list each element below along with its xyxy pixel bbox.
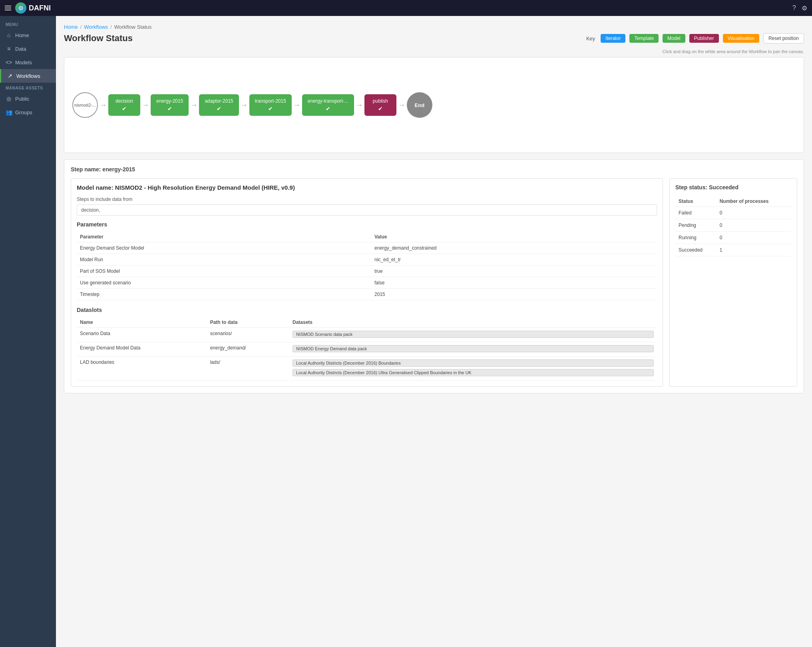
legend-publisher: Publisher bbox=[689, 34, 719, 43]
main-content: Home / Workflows / Workflow Status Workf… bbox=[56, 16, 812, 647]
status-count: 1 bbox=[716, 244, 791, 256]
workflows-icon: ↗ bbox=[7, 73, 13, 79]
sidebar-item-models[interactable]: <> Models bbox=[0, 56, 56, 69]
legend-model: Model bbox=[663, 34, 685, 43]
params-col-parameter: Parameter bbox=[77, 232, 371, 242]
wf-node-energy2015: energy-2015 ✔ bbox=[151, 94, 189, 116]
sidebar: MENU ⌂ Home ≡ Data <> Models ↗ Workflows… bbox=[0, 16, 56, 647]
hamburger-menu[interactable] bbox=[5, 6, 11, 10]
legend-visualisation: Visualisation bbox=[723, 34, 759, 43]
sidebar-item-label: Models bbox=[15, 60, 32, 65]
wf-node-adaptor2015: adaptor-2015 ✔ bbox=[199, 94, 239, 116]
param-name: Energy Demand Sector Model bbox=[77, 242, 371, 254]
sidebar-item-label: Workflows bbox=[16, 73, 40, 79]
wf-node-end: End bbox=[407, 92, 432, 118]
sidebar-item-groups[interactable]: 👥 Groups bbox=[0, 105, 56, 119]
wf-node-publish: publish ✔ bbox=[364, 94, 396, 116]
param-name: Use generated scenario bbox=[77, 277, 371, 289]
ds-path: lads/ bbox=[207, 357, 289, 381]
dataset-tag: NISMOD Energy Demand data pack bbox=[293, 345, 654, 352]
parameters-table: Parameter Value Energy Demand Sector Mod… bbox=[77, 232, 657, 300]
param-row: Energy Demand Sector Modelenergy_demand_… bbox=[77, 242, 657, 254]
wf-transport2015-check: ✔ bbox=[268, 105, 273, 112]
sidebar-item-label: Groups bbox=[15, 109, 32, 115]
ds-col-path: Path to data bbox=[207, 317, 289, 328]
wf-node-decision: decision ✔ bbox=[108, 94, 140, 116]
wf-end-circle: End bbox=[407, 92, 432, 118]
sidebar-item-label: Home bbox=[15, 32, 29, 38]
wf-energy2015-box: energy-2015 ✔ bbox=[151, 94, 189, 116]
logo-text: DAFNI bbox=[29, 4, 51, 12]
status-table: Status Number of processes Failed0Pendin… bbox=[675, 196, 791, 256]
sidebar-item-label: Public bbox=[15, 96, 29, 102]
param-value: nic_ed_et_tr bbox=[371, 254, 657, 266]
param-value: 2015 bbox=[371, 289, 657, 300]
status-col-count: Number of processes bbox=[716, 196, 791, 207]
breadcrumb-sep-1: / bbox=[80, 24, 82, 30]
wf-arrow-2: → bbox=[142, 101, 149, 109]
wf-arrow-7: → bbox=[398, 101, 405, 109]
wf-arrow-4: → bbox=[241, 101, 248, 109]
steps-include-label: Steps to include data from bbox=[77, 196, 657, 202]
ds-col-datasets: Datasets bbox=[289, 317, 657, 328]
dataslot-row: Energy Demand Model Dataenergy_demand/NI… bbox=[77, 342, 657, 357]
param-value: true bbox=[371, 266, 657, 277]
canvas-hint: Click and drag on the white area around … bbox=[64, 49, 804, 54]
param-row: Use generated scenariofalse bbox=[77, 277, 657, 289]
help-icon[interactable]: ? bbox=[792, 4, 796, 12]
breadcrumb-workflows[interactable]: Workflows bbox=[84, 24, 108, 30]
breadcrumb-home[interactable]: Home bbox=[64, 24, 78, 30]
status-name: Succeeded bbox=[675, 244, 716, 256]
reset-position-button[interactable]: Reset position bbox=[763, 33, 804, 44]
topbar-left: ⊙ DAFNI bbox=[5, 2, 51, 14]
wf-decision-check: ✔ bbox=[122, 105, 127, 112]
logo-icon: ⊙ bbox=[15, 2, 26, 14]
dataslot-row: LAD boundarieslads/Local Authority Distr… bbox=[77, 357, 657, 381]
ds-col-name: Name bbox=[77, 317, 207, 328]
workflow-nodes: nismod2-... → decision ✔ → energy-2015 bbox=[72, 92, 432, 118]
param-row: Part of SOS Modeltrue bbox=[77, 266, 657, 277]
wf-node-transport2015: transport-2015 ✔ bbox=[249, 94, 292, 116]
models-icon: <> bbox=[6, 59, 12, 65]
wf-end-label: End bbox=[415, 102, 425, 108]
settings-icon[interactable]: ⚙ bbox=[802, 4, 807, 12]
wf-adaptor2015-check: ✔ bbox=[217, 105, 221, 112]
sidebar-item-label: Data bbox=[15, 46, 26, 52]
ds-datasets: NISMOD Scenario data pack bbox=[289, 328, 657, 342]
legend-iterator: Iterator bbox=[601, 34, 625, 43]
workflow-canvas[interactable]: nismod2-... → decision ✔ → energy-2015 bbox=[64, 57, 804, 153]
page-title: Workflow Status bbox=[64, 33, 133, 44]
wf-arrow-6: → bbox=[356, 101, 363, 109]
param-name: Model Run bbox=[77, 254, 371, 266]
app-body: MENU ⌂ Home ≡ Data <> Models ↗ Workflows… bbox=[0, 16, 812, 647]
status-row: Running0 bbox=[675, 232, 791, 244]
legend-template: Template bbox=[629, 34, 659, 43]
wf-transport2015-box: transport-2015 ✔ bbox=[249, 94, 292, 116]
step-status-title: Step status: Succeeded bbox=[675, 184, 791, 191]
groups-icon: 👥 bbox=[6, 109, 12, 115]
status-count: 0 bbox=[716, 219, 791, 232]
wf-node-start: nismod2-... bbox=[72, 92, 98, 118]
ds-name: Energy Demand Model Data bbox=[77, 342, 207, 357]
status-col-status: Status bbox=[675, 196, 716, 207]
sidebar-item-workflows[interactable]: ↗ Workflows bbox=[0, 69, 56, 83]
wf-energytransport-check: ✔ bbox=[326, 105, 330, 112]
param-value: false bbox=[371, 277, 657, 289]
wf-transport2015-label: transport-2015 bbox=[255, 98, 286, 104]
params-col-value: Value bbox=[371, 232, 657, 242]
app-logo: ⊙ DAFNI bbox=[15, 2, 51, 14]
sidebar-item-home[interactable]: ⌂ Home bbox=[0, 28, 56, 42]
status-name: Running bbox=[675, 232, 716, 244]
wf-arrow-3: → bbox=[190, 101, 197, 109]
home-icon: ⌂ bbox=[6, 32, 12, 38]
topbar-right: ? ⚙ bbox=[792, 4, 807, 12]
wf-adaptor2015-box: adaptor-2015 ✔ bbox=[199, 94, 239, 116]
sidebar-item-data[interactable]: ≡ Data bbox=[0, 42, 56, 56]
ds-datasets: Local Authority Districts (December 2016… bbox=[289, 357, 657, 381]
wf-decision-label: decision bbox=[115, 98, 133, 104]
topbar: ⊙ DAFNI ? ⚙ bbox=[0, 0, 812, 16]
breadcrumb: Home / Workflows / Workflow Status bbox=[64, 24, 804, 30]
sidebar-item-public[interactable]: ◎ Public bbox=[0, 92, 56, 105]
param-value: energy_demand_constrained bbox=[371, 242, 657, 254]
breadcrumb-sep-2: / bbox=[110, 24, 112, 30]
